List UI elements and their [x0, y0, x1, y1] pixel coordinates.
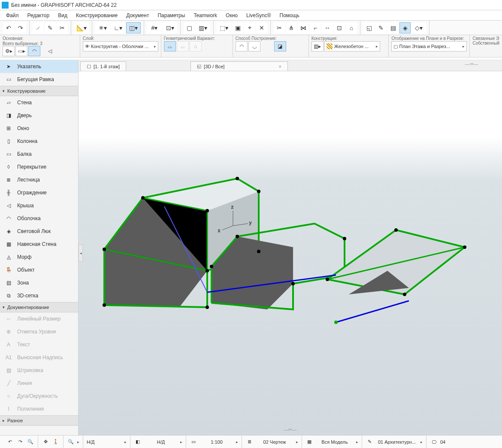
- tool-window[interactable]: ⊞Окно: [0, 122, 78, 135]
- tool-curtainwall[interactable]: ▦Навесная Стена: [0, 238, 78, 251]
- tool-marquee[interactable]: ▭ Бегущая Рамка: [0, 73, 78, 86]
- fit-icon[interactable]: 🔍: [67, 438, 75, 446]
- tool-shell[interactable]: ◠Оболочка: [0, 212, 78, 225]
- 3d-viewport[interactable]: ◂: [79, 71, 502, 435]
- walk-icon[interactable]: 🚶: [52, 438, 60, 446]
- display-dropdown[interactable]: ▢ План Этажа и Разрез... ▸: [391, 41, 467, 51]
- tool-zone[interactable]: ▤Зона: [0, 276, 78, 289]
- tool-label[interactable]: A1Выносная Надпись: [0, 351, 78, 364]
- modify-button[interactable]: ◱: [363, 22, 375, 33]
- tool-stair[interactable]: ≣Лестница: [0, 173, 78, 186]
- tool-polyline[interactable]: ⌇Полилиния: [0, 403, 78, 415]
- snap-point-button[interactable]: ✳▾: [95, 22, 110, 33]
- tool-railing[interactable]: ╫Ограждение: [0, 186, 78, 199]
- grid-snap-button[interactable]: ⊡▾: [163, 22, 177, 33]
- section-misc[interactable]: ▸ Разное: [0, 415, 78, 426]
- trace-options-button[interactable]: ▥▾: [196, 22, 210, 33]
- paint-button[interactable]: ✎: [375, 22, 387, 33]
- snap-element-button[interactable]: ◫▾: [126, 22, 141, 33]
- infobox-settings-button[interactable]: ⚙▸: [3, 46, 15, 56]
- orbit-prev-icon[interactable]: ↶: [6, 438, 14, 446]
- infobox-profile-icon[interactable]: ◁: [41, 46, 58, 56]
- tool-morph[interactable]: ◬Морф: [0, 251, 78, 263]
- tool-roof[interactable]: ◁Крыша: [0, 199, 78, 212]
- suspend-button[interactable]: ⬚▾: [217, 22, 231, 33]
- eyedropper-button[interactable]: ✎: [45, 22, 56, 33]
- partial-display-icon[interactable]: ◧: [134, 438, 142, 446]
- zoom-icon[interactable]: 🔍: [27, 438, 34, 446]
- redo-button[interactable]: ↷: [15, 22, 26, 33]
- tab-3d[interactable]: ◱ [3D / Все] ×: [191, 61, 288, 71]
- tool-mesh[interactable]: ⧉3D-сетка: [0, 289, 78, 302]
- geometry-variant-2[interactable]: ⌓: [177, 41, 189, 51]
- adjust-button[interactable]: ⋔: [286, 22, 297, 33]
- pick-button[interactable]: ⟋: [33, 22, 44, 33]
- snap-guide-button[interactable]: ∟▾: [111, 22, 125, 33]
- trace-button[interactable]: ▢: [184, 22, 195, 33]
- pen-icon[interactable]: ✎: [366, 438, 373, 446]
- gravity-button[interactable]: ⌖: [244, 22, 255, 33]
- explode-button[interactable]: ◈: [399, 22, 411, 33]
- elevation-button[interactable]: ✕: [256, 22, 267, 33]
- menu-parameters[interactable]: Параметры: [153, 12, 189, 18]
- tab-floorplan[interactable]: ▢ [1. 1-й этаж]: [80, 61, 126, 71]
- menu-livesync[interactable]: LiveSync®: [242, 12, 275, 18]
- tool-wall[interactable]: ▱Стена: [0, 96, 78, 109]
- layer-dropdown[interactable]: 👁 Конструктив - Оболочки ... ▸: [83, 41, 158, 51]
- pan-icon[interactable]: ✥: [42, 438, 49, 446]
- fillet-button[interactable]: ⌐: [310, 22, 321, 33]
- intersect-button[interactable]: ⋈: [298, 22, 309, 33]
- tool-door[interactable]: ◨Дверь: [0, 109, 78, 122]
- group-button[interactable]: ◇▾: [411, 22, 426, 33]
- tool-text[interactable]: AТекст: [0, 338, 78, 351]
- tool-skylight[interactable]: ◈Световой Люк: [0, 225, 78, 238]
- menu-view[interactable]: Вид: [54, 12, 72, 18]
- menu-window[interactable]: Окно: [221, 12, 242, 18]
- align-button[interactable]: ▤: [387, 22, 399, 33]
- section-construction[interactable]: ▾ Конструирование: [0, 86, 78, 96]
- menu-help[interactable]: Помощь: [275, 12, 304, 18]
- resize-button[interactable]: ↔: [322, 22, 333, 33]
- structure-icon-1[interactable]: ▥▸: [311, 41, 324, 51]
- layers-icon[interactable]: ≣: [245, 438, 253, 446]
- menu-teamwork[interactable]: Teamwork: [189, 12, 221, 18]
- ruler-button[interactable]: 📐▾: [74, 22, 89, 33]
- geometry-variant-3[interactable]: ⌂: [190, 41, 202, 51]
- infobox-shell-icon-button[interactable]: ◠: [28, 46, 40, 56]
- menu-editor[interactable]: Редактор: [23, 12, 54, 18]
- grid-button[interactable]: #▾: [147, 22, 162, 33]
- trim-button[interactable]: ⊡: [334, 22, 345, 33]
- tool-level[interactable]: ⊕Отметка Уровня: [0, 325, 78, 338]
- panel-collapse-handle[interactable]: ◂: [79, 245, 83, 262]
- menu-construction[interactable]: Конструирование: [72, 12, 122, 18]
- close-tab-icon[interactable]: ×: [278, 64, 281, 69]
- construct-method-1[interactable]: ◠: [236, 41, 248, 51]
- svg-point-10: [141, 196, 145, 200]
- tool-fill[interactable]: ▨Штриховка: [0, 364, 78, 377]
- tool-object[interactable]: 🪑Объект: [0, 263, 78, 276]
- show-hide-button[interactable]: ▣: [232, 22, 243, 33]
- menu-document[interactable]: Документ: [122, 12, 153, 18]
- syringe-button[interactable]: ✂: [57, 22, 68, 33]
- tool-arc[interactable]: ○Дуга/Окружность: [0, 390, 78, 403]
- solid-button[interactable]: ⌂: [346, 22, 357, 33]
- display-icon[interactable]: 🖵: [430, 438, 438, 446]
- geometry-variant-1[interactable]: ⌓: [164, 41, 176, 51]
- infobox-select-button[interactable]: ▭▸: [15, 46, 27, 56]
- undo-button[interactable]: ↶: [3, 22, 14, 33]
- construct-method-2[interactable]: ◡: [248, 41, 260, 51]
- structure-dropdown[interactable]: Железобетон ... ▸: [324, 41, 380, 51]
- tool-dimension[interactable]: ↔Линейный Размер: [0, 312, 78, 325]
- menu-file[interactable]: Файл: [2, 12, 23, 18]
- split-button[interactable]: ✂: [274, 22, 285, 33]
- tool-column[interactable]: ▯Колонна: [0, 135, 78, 148]
- construct-method-3[interactable]: ◪: [274, 41, 286, 51]
- model-icon[interactable]: ▦: [305, 438, 313, 446]
- scale-icon[interactable]: ▭: [190, 438, 197, 446]
- orbit-next-icon[interactable]: ↷: [16, 438, 24, 446]
- tool-beam[interactable]: ▭Балка: [0, 148, 78, 160]
- section-documentation[interactable]: ▾ Документирование: [0, 302, 78, 312]
- tool-pointer[interactable]: ➤ Указатель: [0, 60, 78, 73]
- tool-line[interactable]: ╱Линия: [0, 377, 78, 390]
- tool-slab[interactable]: ◊Перекрытие: [0, 160, 78, 173]
